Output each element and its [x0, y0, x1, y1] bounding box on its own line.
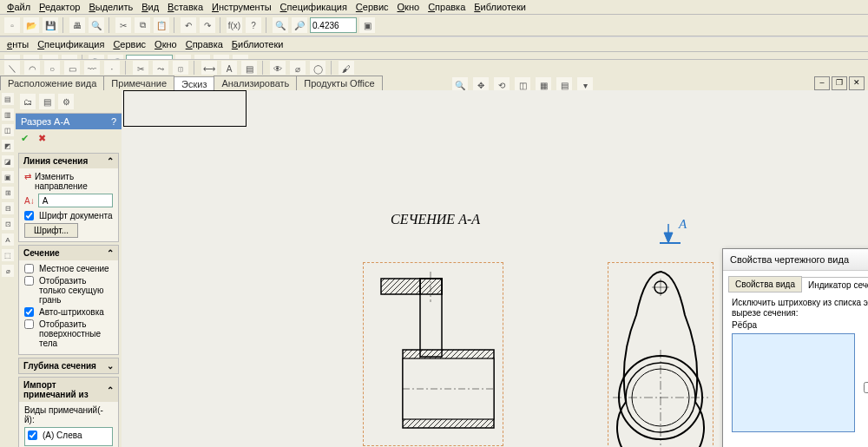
undo-icon[interactable]: ↶ [180, 16, 197, 34]
svg-rect-2 [420, 279, 442, 294]
section-label-input[interactable] [38, 194, 113, 207]
ls-11-icon[interactable]: ⬚ [1, 248, 15, 262]
surface-checkbox[interactable] [24, 319, 34, 329]
menu-item[interactable]: Окно [398, 2, 420, 12]
pm-ok-button[interactable]: ✔ [21, 133, 35, 147]
section-drawing-b [608, 263, 713, 447]
ls-10-icon[interactable]: A [1, 233, 15, 247]
menu-item[interactable]: Спецификация [280, 2, 347, 12]
zoom-out-icon[interactable]: 🔎 [291, 16, 308, 34]
menu-item[interactable]: Сервис [356, 2, 389, 12]
dialog-body-label2: Рёбра [732, 320, 868, 330]
pm-section-line-hdr: Линия сечения [23, 156, 88, 166]
pm-section-hdr: Сечение [23, 248, 60, 258]
fx-icon[interactable]: f(x) [226, 16, 243, 34]
dialog-title-text: Свойства чертежного вида [730, 254, 849, 265]
collapse-icon[interactable]: ⌃ [107, 385, 114, 395]
ribbon-tab[interactable]: Анализировать [214, 76, 297, 90]
ls-5-icon[interactable]: ◪ [1, 154, 15, 168]
preview-icon[interactable]: 🔍 [88, 16, 105, 34]
dialog-titlebar[interactable]: Свойства чертежного вида 📌 ✕ [723, 249, 868, 271]
redo-icon[interactable]: ↷ [199, 16, 216, 34]
ribbon-tab[interactable]: Продукты Office [296, 76, 382, 90]
a-left-checkbox[interactable] [28, 431, 37, 440]
pm-tab-feature-icon[interactable]: 🗂 [19, 93, 36, 110]
copy-icon[interactable]: ⧉ [134, 16, 151, 34]
ls-7-icon[interactable]: ⊞ [1, 186, 15, 200]
sheet-frame-corner [123, 90, 247, 127]
doc-font-checkbox[interactable] [24, 211, 34, 220]
print-icon[interactable]: 🖶 [69, 16, 86, 34]
paste-icon[interactable]: 📋 [153, 16, 170, 34]
zoom-in-icon[interactable]: 🔍 [272, 16, 289, 34]
save-icon[interactable]: 💾 [42, 16, 59, 34]
minimize-button[interactable]: – [814, 76, 830, 90]
menu-item[interactable]: енты [7, 39, 29, 49]
pm-tab-conf-icon[interactable]: ⚙ [57, 93, 75, 110]
menu-item[interactable]: Вид [141, 2, 159, 12]
pm-depth-hdr: Глубина сечения [23, 361, 96, 371]
menu-item[interactable]: Справка [428, 2, 465, 12]
ls-2-icon[interactable]: ▥ [1, 108, 15, 122]
open-icon[interactable]: 📂 [23, 16, 40, 34]
section-label-icon: A↓ [24, 196, 35, 206]
dialog-tab[interactable]: Свойства вида [728, 276, 802, 292]
section-view-a[interactable] [363, 262, 503, 446]
help-icon[interactable]: ? [245, 16, 262, 34]
menu-bar-2: ентыСпецификацияСервисОкноСправкаБиблиот… [0, 36, 868, 52]
menu-item[interactable]: Файл [7, 2, 30, 12]
expand-icon[interactable]: ⌄ [107, 361, 114, 371]
ls-12-icon[interactable]: ⌀ [1, 264, 15, 278]
zoom-fit-icon[interactable]: ▣ [358, 16, 376, 34]
property-manager: 🗂 ▤ ⚙ Разрез A-A ? ✔ ✖ Линия сечения⌃ ⇄И… [16, 90, 122, 447]
change-direction-button[interactable]: ⇄Изменить направление [24, 172, 113, 191]
pm-tab-prop-icon[interactable]: ▤ [38, 93, 56, 110]
menu-item[interactable]: Инструменты [212, 2, 272, 12]
pm-cancel-button[interactable]: ✖ [38, 133, 52, 147]
collapse-icon[interactable]: ⌃ [107, 248, 114, 258]
pm-header: Разрез A-A ? [16, 114, 122, 129]
menu-item[interactable]: Окно [155, 39, 177, 49]
zoom-input-1[interactable] [310, 17, 357, 33]
ribbon-tab[interactable]: Расположение вида [0, 76, 104, 90]
autohatch-checkbox[interactable] [24, 307, 34, 317]
drawing-canvas[interactable]: СЕЧЕНИЕ А-А [122, 90, 868, 447]
font-button[interactable]: Шрифт... [24, 223, 78, 238]
ls-1-icon[interactable]: ▤ [1, 92, 15, 106]
menu-item[interactable]: Вставка [168, 2, 203, 12]
cut-icon[interactable]: ✂ [115, 16, 132, 34]
ribbon-tab[interactable]: Примечание [103, 76, 174, 90]
menu-item[interactable]: Редактор [39, 2, 80, 12]
ls-8-icon[interactable]: ⊟ [1, 201, 15, 215]
section-view-b[interactable] [608, 262, 713, 447]
local-section-checkbox[interactable] [24, 264, 34, 273]
show-only-checkbox[interactable] [24, 276, 34, 286]
menu-item[interactable]: Библиотеки [474, 2, 526, 12]
drawing-view-properties-dialog: Свойства чертежного вида 📌 ✕ Свойства ви… [722, 248, 868, 447]
menu-item[interactable]: Сервис [113, 39, 146, 49]
ls-3-icon[interactable]: ◫ [1, 123, 15, 137]
restore-button[interactable]: ❐ [832, 76, 847, 90]
ls-6-icon[interactable]: ▣ [1, 170, 15, 184]
dialog-tabs: Свойства видаИндикатор сеченияОтобразить… [728, 276, 868, 293]
pm-help-icon[interactable]: ? [111, 116, 116, 127]
import-views-label: Виды примечаний(-й): [24, 405, 113, 424]
dialog-tab[interactable]: Индикатор сечения [801, 277, 868, 293]
collapse-icon[interactable]: ⌃ [107, 156, 114, 166]
section-arrow-top: A [656, 219, 691, 245]
window-controls: – ❐ ✕ [814, 76, 865, 90]
ls-4-icon[interactable]: ◩ [1, 139, 15, 153]
ribbon-tabs: Расположение видаПримечаниеЭскизАнализир… [0, 75, 868, 91]
menu-item[interactable]: Выделить [89, 2, 133, 12]
ribbon-tab[interactable]: Эскиз [174, 76, 214, 91]
menu-item[interactable]: Справка [186, 39, 223, 49]
menu-item[interactable]: Библиотеки [232, 39, 284, 49]
ls-9-icon[interactable]: ⊡ [1, 217, 15, 231]
reverse-direction-checkbox[interactable] [864, 382, 868, 393]
menu-bar-1: ФайлРедакторВыделитьВидВставкаИнструмент… [0, 0, 868, 15]
toolbar-1: ▫ 📂 💾 🖶 🔍 ✂ ⧉ 📋 ↶ ↷ f(x) ? 🔍 🔎 ▣ [0, 15, 868, 36]
menu-item[interactable]: Спецификация [37, 39, 104, 49]
close-button[interactable]: ✕ [849, 76, 865, 90]
edges-listbox[interactable] [732, 333, 855, 432]
new-icon[interactable]: ▫ [3, 16, 21, 34]
